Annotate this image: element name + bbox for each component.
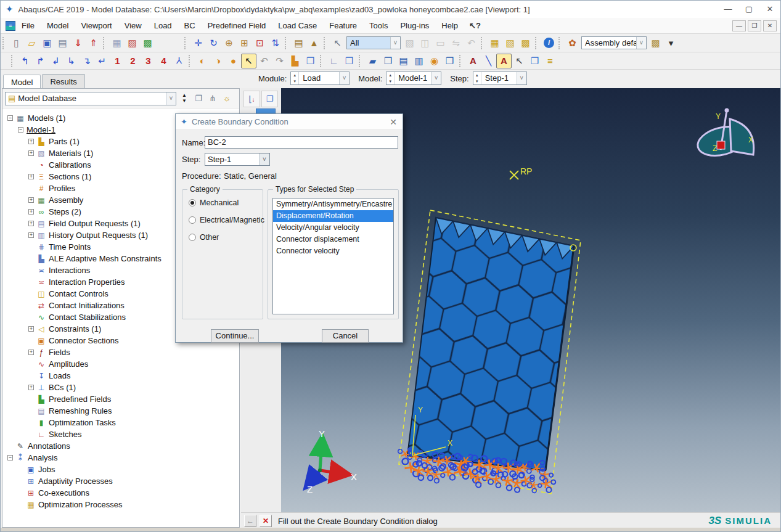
render-wireframe-icon[interactable]: ▦ xyxy=(109,36,125,51)
radio-icon[interactable] xyxy=(189,216,196,224)
menu-bc[interactable]: BC xyxy=(178,18,202,33)
annotate-text-icon[interactable]: A xyxy=(496,54,512,68)
cascade-viewports-icon[interactable]: ❐ xyxy=(380,54,396,68)
load-manager-icon[interactable]: ❐ xyxy=(261,91,278,107)
category-radio-other[interactable]: Other xyxy=(189,233,263,242)
tree-expander[interactable]: − xyxy=(7,455,13,460)
tree-item-jobs[interactable]: ▣Jobs xyxy=(2,464,239,475)
tree-expander[interactable]: + xyxy=(28,174,34,179)
tree-expander[interactable]: − xyxy=(18,127,23,133)
tree-item-optimization-processes[interactable]: ▦Optimization Processes xyxy=(2,499,239,510)
tree-tips-icon[interactable]: ☼ xyxy=(221,92,233,105)
menu-predefined-field[interactable]: Predefined Field xyxy=(202,18,272,33)
annotation-manager-icon[interactable]: ❐ xyxy=(527,54,542,68)
database-combo[interactable]: ▤ Model Database ˅ xyxy=(5,92,176,105)
module-combo[interactable]: ▲▼ Load ˅ xyxy=(290,72,350,85)
menu-help[interactable]: Help xyxy=(435,18,464,33)
previous-prompt-button[interactable]: ← xyxy=(244,515,256,527)
regenerate-icon[interactable]: ▙ xyxy=(287,54,303,68)
tree-item-annotations[interactable]: ✎Annotations xyxy=(2,440,239,452)
menu-load[interactable]: Load xyxy=(148,18,178,33)
menu-view[interactable]: View xyxy=(118,18,148,33)
custom-views-icon[interactable]: Y xyxy=(171,54,187,68)
tree-expander[interactable]: + xyxy=(28,221,34,226)
tile-horizontal-icon[interactable]: ▤ xyxy=(396,54,411,68)
undo-icon[interactable]: ↶ xyxy=(256,54,272,68)
tree-expander[interactable]: + xyxy=(28,232,34,238)
tree-expander[interactable]: + xyxy=(28,150,34,156)
tree-expander[interactable]: + xyxy=(28,350,34,355)
paste-tree-icon[interactable]: ❐ xyxy=(192,92,205,105)
export-file-icon[interactable]: ⇑ xyxy=(86,36,101,51)
view-left-icon[interactable]: ↴ xyxy=(79,54,94,68)
copy-viewport-icon[interactable]: ▧ xyxy=(402,36,417,51)
annotation-options-icon[interactable]: ≡ xyxy=(542,54,558,68)
type-option-velocity-angular-velocity[interactable]: Velocity/Angular velocity xyxy=(273,222,393,234)
viewport-manager-icon[interactable]: ❐ xyxy=(442,54,457,68)
tree-item-co-executions[interactable]: ⊞Co-executions xyxy=(2,487,239,499)
maximize-viewport-icon[interactable]: ▰ xyxy=(365,54,380,68)
auto-fit-view-icon[interactable]: ⊡ xyxy=(252,36,268,51)
magnify-view-icon[interactable]: ⊕ xyxy=(221,36,237,51)
display-group-wireframe-icon[interactable]: ▦ xyxy=(487,36,502,51)
parallel-projection-icon[interactable]: ▤ xyxy=(291,36,306,51)
save-icon[interactable]: ▣ xyxy=(39,36,55,51)
display-group-shaded-icon[interactable]: ▩ xyxy=(518,36,533,51)
step-combo[interactable]: ▲▼ Step-1 ˅ xyxy=(473,72,527,85)
category-radio-mechanical[interactable]: Mechanical xyxy=(189,198,263,207)
print-icon[interactable]: ▤ xyxy=(55,36,70,51)
pan-view-icon[interactable]: ✛ xyxy=(190,36,206,51)
cycle-views-icon[interactable]: ⇅ xyxy=(268,36,283,51)
type-option-displacement-rotation[interactable]: Displacement/Rotation xyxy=(273,210,393,222)
radio-icon[interactable] xyxy=(189,199,196,207)
cancel-procedure-button[interactable]: ✕ xyxy=(260,515,272,527)
view-4-button[interactable]: 4 xyxy=(156,54,171,68)
color-code-dropdown-icon[interactable]: ▾ xyxy=(663,36,679,51)
module-spinner[interactable]: ▲▼ xyxy=(291,72,299,84)
edit-display-group-icon[interactable]: ▭ xyxy=(433,36,448,51)
menu-viewport[interactable]: Viewport xyxy=(75,18,118,33)
color-code-object-icon[interactable]: ▩ xyxy=(648,36,663,51)
tree-item-adaptivity-processes[interactable]: ⊞Adaptivity Processes xyxy=(2,475,239,487)
tree-expander[interactable]: − xyxy=(7,115,13,121)
menu-feature[interactable]: Feature xyxy=(323,18,363,33)
menu-model[interactable]: Model xyxy=(41,18,75,33)
mdi-close-button[interactable]: ✕ xyxy=(763,20,777,31)
active-pointer-tool-icon[interactable]: ↖ xyxy=(241,54,256,68)
view-front-icon[interactable]: ↰ xyxy=(17,54,33,68)
open-file-icon[interactable]: ▱ xyxy=(24,36,39,51)
mdi-restore-button[interactable]: ❐ xyxy=(748,20,761,31)
step-dropdown[interactable]: Step-1˅ xyxy=(205,153,270,166)
rotate-view-icon[interactable]: ↻ xyxy=(206,36,221,51)
create-display-group-icon[interactable]: ◫ xyxy=(417,36,433,51)
maximize-button[interactable]: ▢ xyxy=(738,1,759,17)
cancel-button[interactable]: Cancel xyxy=(322,329,369,343)
name-input[interactable]: BC-2 xyxy=(205,136,398,149)
selection-filter-combo[interactable]: All˅ xyxy=(346,36,401,49)
view-2-button[interactable]: 2 xyxy=(125,54,141,68)
menu-load-case[interactable]: Load Case xyxy=(272,18,323,33)
select-cursor-icon[interactable]: ↖ xyxy=(330,36,345,51)
type-option-symmetry-antisymmetry-encastre[interactable]: Symmetry/Antisymmetry/Encastre xyxy=(273,198,393,210)
annotate-arrow-icon[interactable]: ╲ xyxy=(481,54,496,68)
tree-item-predefined-fields[interactable]: ▙Predefined Fields xyxy=(2,393,239,405)
view-3-button[interactable]: 3 xyxy=(141,54,156,68)
perspective-projection-icon[interactable]: ▲ xyxy=(306,36,322,51)
tree-item-fields[interactable]: +ƒFields xyxy=(2,346,239,358)
render-shrink-icon[interactable]: ● xyxy=(226,54,241,68)
options-dialog-icon[interactable]: ❐ xyxy=(341,54,357,68)
menu-file[interactable]: File xyxy=(15,18,41,33)
tree-item-bcs-1[interactable]: +⊥BCs (1) xyxy=(2,382,239,393)
manager-dialog-icon[interactable]: ❐ xyxy=(303,54,318,68)
tile-vertical-icon[interactable]: ▥ xyxy=(411,54,427,68)
tree-item-optimization-tasks[interactable]: ▮Optimization Tasks xyxy=(2,417,239,428)
new-model-icon[interactable]: ▯ xyxy=(9,36,24,51)
mdi-minimize-button[interactable]: — xyxy=(732,20,746,31)
tree-expander[interactable]: + xyxy=(28,209,34,215)
view-bottom-icon[interactable]: ↳ xyxy=(63,54,79,68)
display-group-hidden-icon[interactable]: ▧ xyxy=(502,36,518,51)
types-listbox[interactable]: Symmetry/Antisymmetry/EncastreDisplaceme… xyxy=(272,198,394,314)
tab-model[interactable]: Model xyxy=(3,75,41,89)
viewport-decorations-icon[interactable]: ◉ xyxy=(427,54,442,68)
context-help-icon[interactable]: ↖? xyxy=(464,21,486,30)
